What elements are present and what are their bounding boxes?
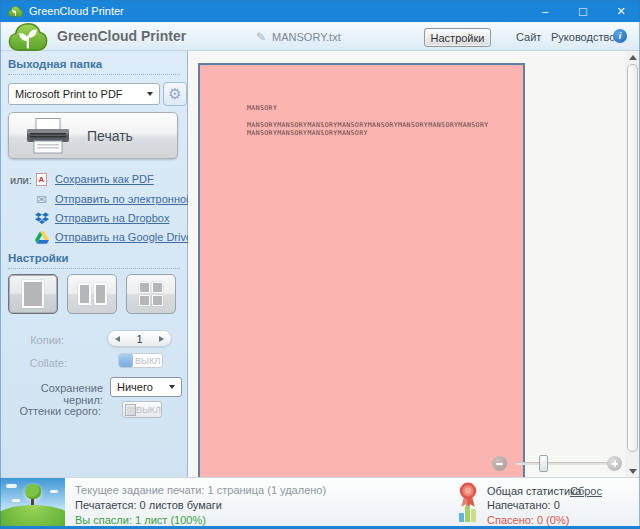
gear-icon: ⚙ (168, 85, 181, 103)
current-job-text: Текущее задание печати: 1 страница (1 уд… (75, 484, 326, 496)
app-icon (8, 5, 23, 18)
ink-saving-value: Ничего (117, 381, 153, 393)
increment-icon[interactable] (159, 336, 164, 342)
eco-tree-image (0, 478, 65, 527)
stats-title: Общая статистика (487, 485, 581, 497)
send-dropbox-link[interactable]: Отправить на Dropbox (34, 211, 169, 225)
scrollbar-thumb[interactable] (627, 64, 638, 452)
ink-saving-label: Сохранение чернил: (0, 382, 103, 406)
print-button-label: Печать (87, 128, 133, 144)
scroll-up-icon[interactable] (629, 55, 637, 60)
window-title: GreenCloud Printer (29, 5, 124, 17)
output-folder-title: Выходная папка (8, 58, 102, 70)
greencloud-printer-window: GreenCloud Printer – □ ✕ GreenCloud Prin… (0, 0, 640, 529)
copies-value: 1 (136, 333, 142, 345)
zoom-in-button[interactable] (607, 456, 622, 471)
divider (8, 74, 180, 75)
document-name-label: MANSORY.txt (272, 31, 341, 43)
grayscale-state: ВЫКЛ (136, 405, 161, 415)
site-link[interactable]: Сайт (516, 31, 541, 43)
pdf-icon (36, 173, 47, 186)
toggle-thumb (119, 354, 133, 367)
zoom-slider-thumb[interactable] (539, 455, 548, 472)
settings-button[interactable]: Настройки (424, 28, 491, 47)
zoom-slider-track[interactable] (515, 462, 608, 465)
save-as-pdf-label: Сохранить как PDF (55, 173, 154, 185)
layout-4up-button[interactable] (126, 274, 176, 314)
grayscale-label: Оттенки серого: (0, 405, 101, 417)
reset-stats-link[interactable]: Сброс (570, 485, 602, 497)
toggle-thumb (125, 404, 136, 416)
printing-text: Печатается: 0 листов бумаги (75, 499, 222, 511)
printed-total-text: Напечатано: 0 (487, 499, 560, 511)
ink-saving-select[interactable]: Ничего (110, 377, 182, 397)
layout-1up-button[interactable] (8, 274, 58, 314)
collate-state: ВЫКЛ (133, 356, 162, 366)
preview-page: MANSORY MANSORYMANSORYMANSORYMANSORYMANS… (198, 63, 525, 477)
bar-chart-icon (459, 503, 480, 522)
send-gdrive-link[interactable]: Отправить на Google Drive (34, 230, 192, 244)
app-title: GreenCloud Printer (57, 28, 186, 44)
collate-label: Collate: (0, 357, 67, 369)
status-footer: Текущее задание печати: 1 страница (1 уд… (0, 477, 640, 526)
or-label: или: (10, 174, 32, 186)
greencloud-logo (8, 22, 48, 52)
copies-stepper[interactable]: 1 (107, 330, 172, 347)
document-name[interactable]: ✎ MANSORY.txt (256, 30, 341, 44)
divider (8, 268, 180, 269)
dropbox-icon (35, 212, 49, 225)
four-page-icon (139, 282, 163, 306)
scroll-down-icon[interactable] (629, 469, 637, 474)
one-page-icon (22, 280, 44, 308)
settings-section-title: Настройки (8, 252, 69, 264)
zoom-out-button[interactable] (492, 456, 507, 471)
chevron-down-icon (147, 92, 153, 96)
print-preview-area: MANSORY MANSORYMANSORYMANSORYMANSORYMANS… (188, 51, 640, 477)
sidebar: Выходная папка Microsoft Print to PDF ⚙ … (0, 51, 188, 477)
two-page-icon (78, 283, 91, 305)
info-icon[interactable]: i (613, 29, 627, 43)
copies-label: Копии: (0, 334, 64, 346)
chevron-down-icon (169, 385, 175, 389)
send-gdrive-label: Отправить на Google Drive (55, 231, 192, 243)
title-bar: GreenCloud Printer – □ ✕ (0, 0, 640, 22)
guide-link[interactable]: Руководство (551, 31, 615, 43)
saved-total-text: Спасено: 0 (0%) (487, 514, 569, 526)
close-button[interactable]: ✕ (602, 0, 640, 22)
page-heading-text: MANSORY (247, 104, 277, 112)
email-icon: ✉ (36, 193, 47, 206)
printer-select-value: Microsoft Print to PDF (15, 88, 123, 100)
layout-2up-button[interactable] (67, 274, 117, 314)
maximize-button[interactable]: □ (564, 0, 602, 22)
vertical-scrollbar[interactable] (625, 51, 640, 477)
edit-pencil-icon: ✎ (256, 30, 266, 44)
minimize-button[interactable]: – (526, 0, 564, 22)
page-body-text: MANSORYMANSORYMANSORYMANSORYMANSORYMANSO… (247, 121, 490, 137)
printer-settings-button[interactable]: ⚙ (163, 82, 187, 106)
grayscale-toggle[interactable]: ВЫКЛ (122, 401, 162, 418)
printer-icon (25, 117, 71, 155)
decrement-icon[interactable] (115, 336, 120, 342)
printer-select[interactable]: Microsoft Print to PDF (8, 83, 160, 105)
print-button[interactable]: Печать (8, 112, 178, 159)
header: GreenCloud Printer ✎ MANSORY.txt Настрой… (0, 22, 640, 51)
send-dropbox-label: Отправить на Dropbox (55, 212, 169, 224)
google-drive-icon (35, 231, 49, 244)
collate-toggle[interactable]: ВЫКЛ (118, 353, 163, 368)
you-saved-text: Вы спасли: 1 лист (100%) (75, 514, 206, 526)
save-as-pdf-link[interactable]: Сохранить как PDF (34, 172, 154, 186)
